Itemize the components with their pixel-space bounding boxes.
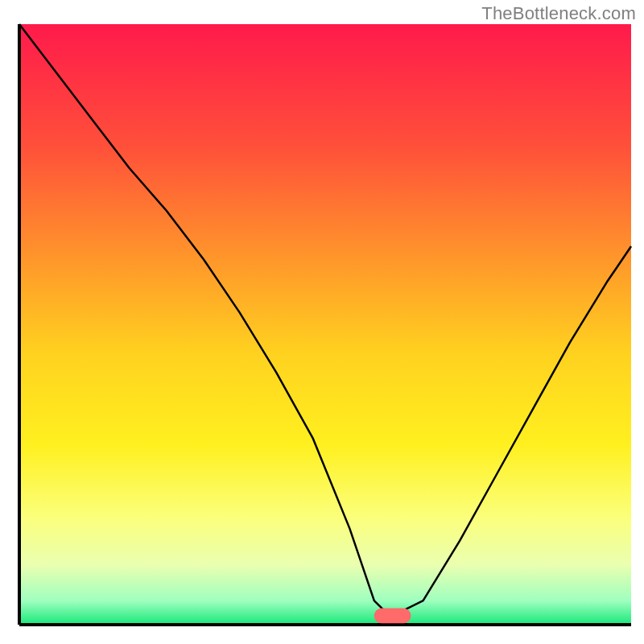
chart-container: TheBottleneck.com — [0, 0, 644, 644]
bottleneck-chart — [0, 0, 644, 644]
gradient-fill — [19, 24, 631, 625]
optimal-zone-marker — [374, 609, 411, 624]
